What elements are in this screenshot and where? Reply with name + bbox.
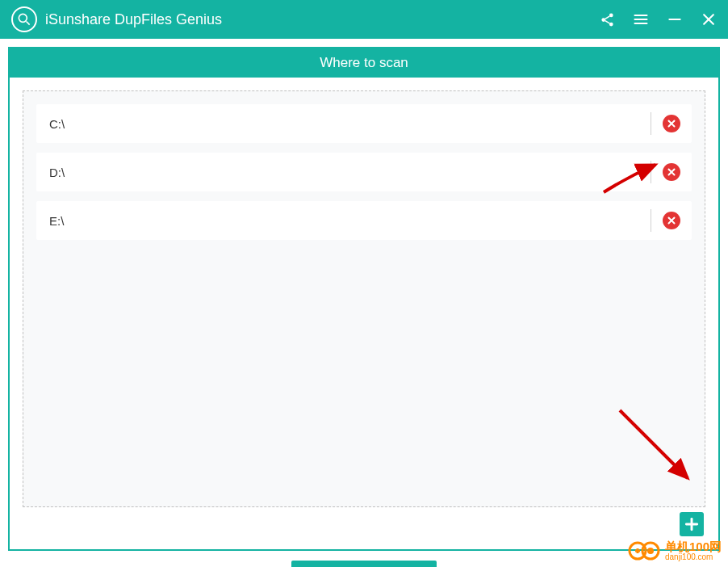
panel-header: Where to scan (10, 48, 718, 78)
svg-point-0 (19, 14, 27, 22)
row-divider (651, 209, 651, 232)
main-area: Where to scan C:\ D:\ (0, 39, 728, 567)
remove-icon (667, 216, 676, 225)
add-path-button[interactable] (680, 512, 704, 536)
titlebar-actions (599, 11, 717, 27)
remove-icon (667, 119, 676, 128)
remove-icon (667, 167, 676, 177)
app-logo-title: iSunshare DupFiles Genius (11, 6, 222, 32)
app-logo-icon (11, 6, 37, 32)
footer: Next (8, 551, 720, 567)
scan-panel: Where to scan C:\ D:\ (8, 47, 720, 551)
panel-body: C:\ D:\ (10, 78, 718, 549)
titlebar: iSunshare DupFiles Genius (0, 0, 728, 39)
path-text: D:\ (49, 166, 639, 179)
svg-point-3 (601, 18, 605, 22)
path-text: C:\ (49, 117, 639, 131)
path-row: E:\ (36, 201, 692, 240)
menu-icon[interactable] (633, 11, 649, 27)
path-text: E:\ (49, 214, 639, 228)
path-row: C:\ (36, 104, 692, 143)
remove-path-button[interactable] (663, 163, 680, 181)
app-title: iSunshare DupFiles Genius (45, 11, 222, 28)
row-divider (651, 161, 651, 183)
close-icon[interactable] (701, 11, 717, 27)
paths-container: C:\ D:\ (23, 90, 705, 507)
add-row (23, 512, 705, 536)
svg-point-2 (609, 13, 613, 17)
svg-point-4 (609, 22, 613, 26)
next-button[interactable]: Next (291, 561, 437, 567)
share-icon[interactable] (599, 11, 615, 27)
svg-line-1 (27, 22, 30, 25)
remove-path-button[interactable] (663, 115, 680, 132)
path-row: D:\ (36, 153, 692, 191)
minimize-icon[interactable] (667, 11, 683, 27)
row-divider (651, 112, 651, 135)
remove-path-button[interactable] (663, 212, 680, 229)
plus-icon (684, 516, 700, 532)
